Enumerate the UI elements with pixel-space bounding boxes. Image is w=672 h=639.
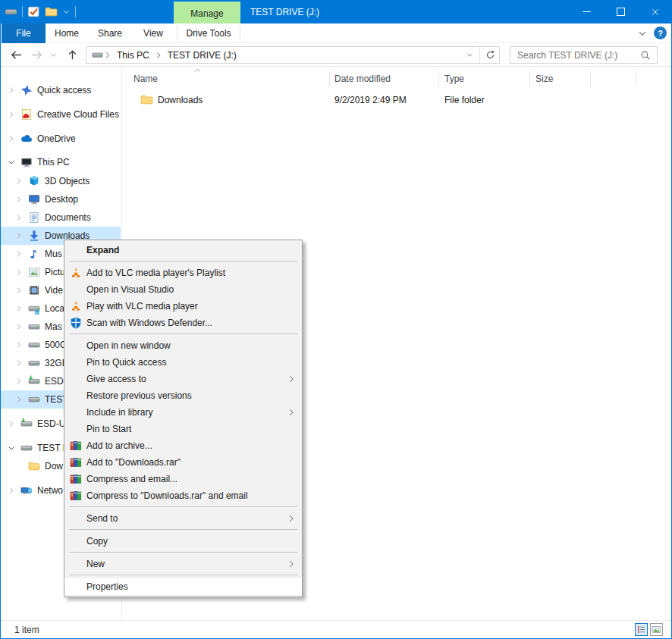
chevron-right-icon[interactable] (7, 134, 16, 143)
tab-drive-tools[interactable]: Drive Tools (177, 23, 240, 43)
folder-icon (140, 93, 153, 106)
address-dropdown-chevron-icon[interactable] (466, 51, 474, 59)
menu-item-scan-with-defender[interactable]: Scan with Windows Defender... (64, 315, 302, 331)
submenu-chevron-icon (287, 407, 296, 418)
forward-button[interactable] (30, 48, 45, 61)
column-resize-handle[interactable] (329, 71, 330, 86)
breadcrumb-chevron-icon[interactable] (103, 51, 112, 60)
menu-item-label: Open in new window (86, 340, 287, 351)
refresh-icon[interactable] (485, 50, 495, 60)
chevron-right-icon[interactable] (14, 249, 24, 258)
chevron-right-icon[interactable] (14, 286, 24, 295)
breadcrumb-test-drive[interactable]: TEST DRIVE (J:) (163, 50, 241, 61)
menu-item-play-with-vlc[interactable]: Play with VLC media player (64, 298, 302, 315)
ribbon-collapse-chevron-icon[interactable] (636, 28, 648, 39)
menu-item-label: Pin to Start (86, 424, 287, 434)
breadcrumb-this-pc[interactable]: This PC (112, 50, 154, 61)
chevron-right-icon[interactable] (14, 359, 24, 368)
manage-contextual-tab[interactable]: Manage (174, 2, 240, 23)
properties-check-icon[interactable] (27, 5, 40, 18)
chevron-right-icon[interactable] (7, 86, 16, 95)
sidebar-item-label: Netwo (37, 485, 63, 496)
search-box[interactable] (510, 46, 658, 64)
column-header-size[interactable]: Size (535, 70, 553, 88)
new-folder-icon[interactable] (45, 5, 58, 18)
sidebar-item-3d-objects[interactable]: 3D Objects (1, 172, 121, 190)
chevron-right-icon[interactable] (14, 195, 24, 204)
chevron-right-icon[interactable] (14, 340, 24, 349)
column-resize-handle[interactable] (529, 71, 530, 86)
search-input[interactable] (510, 50, 640, 61)
tab-share[interactable]: Share (88, 23, 132, 43)
search-icon[interactable] (640, 50, 651, 61)
menu-item-include-in-library[interactable]: Include in library (64, 404, 302, 421)
chevron-right-icon[interactable] (14, 177, 24, 186)
sidebar-item-desktop[interactable]: Desktop (1, 190, 121, 208)
menu-item-pin-to-start[interactable]: Pin to Start (64, 421, 302, 437)
chevron-right-icon[interactable] (7, 110, 16, 119)
chevron-down-icon[interactable] (7, 443, 16, 453)
menu-item-add-to-downloads-rar[interactable]: Add to "Downloads.rar" (64, 454, 302, 471)
chevron-right-icon[interactable] (14, 377, 24, 386)
menu-item-open-in-new-window[interactable]: Open in new window (64, 337, 302, 354)
menu-item-add-to-archive[interactable]: Add to archive... (64, 437, 302, 454)
chevron-right-icon[interactable] (7, 419, 16, 428)
menu-item-expand[interactable]: Expand (64, 242, 302, 258)
menu-item-send-to[interactable]: Send to (64, 510, 302, 527)
picture-icon (28, 266, 40, 278)
sidebar-item-this-pc[interactable]: This PC (1, 153, 121, 171)
sidebar-item-label: Desktop (45, 194, 78, 205)
details-view-button[interactable] (635, 623, 648, 636)
chevron-right-icon[interactable] (14, 395, 24, 404)
sidebar-item-onedrive[interactable]: OneDrive (1, 130, 121, 148)
tab-file[interactable]: File (2, 23, 46, 43)
chevron-right-icon[interactable] (14, 231, 24, 240)
sidebar-item-creative-cloud[interactable]: Creative Cloud Files (1, 105, 121, 124)
address-bar[interactable]: This PC TEST DRIVE (J:) (86, 46, 500, 64)
context-menu: Expand Add to VLC media player's Playlis… (64, 240, 303, 597)
tab-home[interactable]: Home (46, 23, 87, 43)
menu-item-add-to-vlc-playlist[interactable]: Add to VLC media player's Playlist (64, 265, 302, 281)
vlc-icon (70, 300, 82, 312)
menu-item-give-access-to[interactable]: Give access to (64, 371, 302, 387)
tab-view[interactable]: View (132, 23, 174, 43)
minimize-button[interactable] (570, 0, 604, 23)
column-resize-handle[interactable] (636, 71, 636, 86)
column-resize-handle[interactable] (438, 71, 439, 86)
menu-item-pin-to-quick-access[interactable]: Pin to Quick access (64, 354, 302, 371)
network-icon (20, 484, 33, 496)
help-button[interactable]: ? (654, 27, 667, 39)
chevron-right-icon[interactable] (14, 322, 24, 331)
menu-item-compress-to-rar-and-email[interactable]: Compress to "Downloads.rar" and email (64, 487, 302, 504)
column-resize-handle[interactable] (590, 71, 591, 86)
large-icons-view-button[interactable] (650, 623, 663, 636)
chevron-down-icon[interactable] (7, 158, 16, 167)
menu-item-copy[interactable]: Copy (64, 533, 302, 550)
customize-chevron-icon[interactable] (62, 8, 71, 16)
up-button[interactable] (64, 48, 80, 61)
menu-item-restore-previous-versions[interactable]: Restore previous versions (64, 387, 302, 404)
back-button[interactable] (8, 48, 24, 61)
chevron-right-icon[interactable] (14, 268, 24, 277)
chevron-right-icon[interactable] (14, 304, 24, 313)
chevron-right-icon[interactable] (14, 213, 24, 222)
file-row-downloads[interactable]: Downloads 9/2/2019 2:49 PM File folder (122, 90, 671, 110)
sidebar-item-documents[interactable]: Documents (1, 208, 121, 227)
column-header-date-modified[interactable]: Date modified (334, 70, 391, 88)
menu-item-open-in-visual-studio[interactable]: Open in Visual Studio (64, 281, 302, 298)
sidebar-item-label: This PC (37, 157, 70, 168)
desktop-icon (28, 193, 40, 205)
column-header-name[interactable]: Name (133, 70, 158, 88)
column-header-type[interactable]: Type (444, 70, 464, 88)
recent-locations-chevron-icon[interactable] (48, 48, 58, 61)
menu-item-compress-and-email[interactable]: Compress and email... (64, 471, 302, 487)
menu-item-label: Give access to (86, 374, 287, 384)
chevron-right-icon[interactable] (7, 486, 16, 495)
close-button[interactable] (638, 0, 672, 23)
sidebar-item-label: Documents (45, 212, 91, 223)
sidebar-item-quick-access[interactable]: Quick access (1, 81, 121, 99)
maximize-button[interactable] (604, 0, 638, 23)
menu-item-properties[interactable]: Properties (64, 578, 302, 595)
menu-item-new[interactable]: New (64, 556, 302, 572)
breadcrumb-chevron-icon[interactable] (154, 51, 163, 60)
